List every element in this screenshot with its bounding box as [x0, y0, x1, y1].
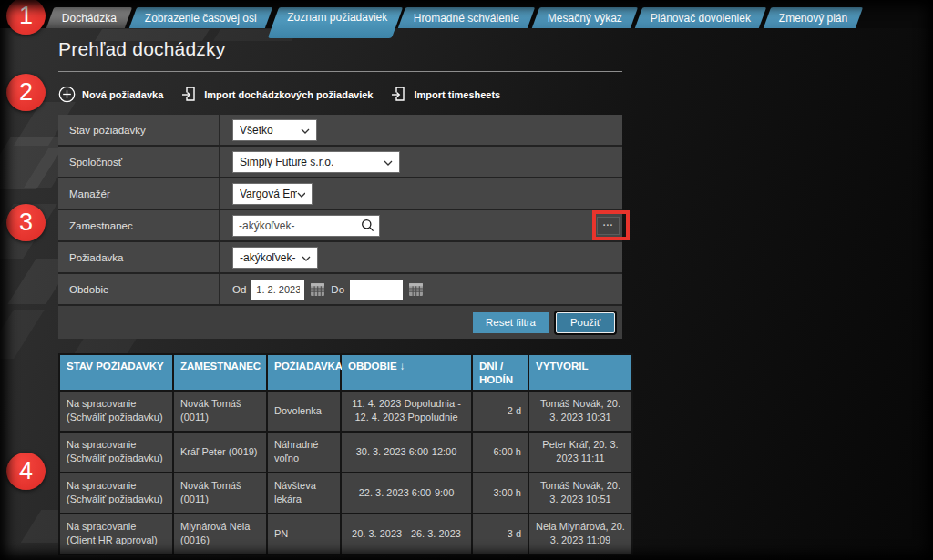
- date-from-input[interactable]: [251, 280, 304, 300]
- employee-more-options-button[interactable]: ...: [597, 217, 620, 235]
- tab-mesacny-vykaz[interactable]: Mesačný výkaz: [532, 7, 638, 28]
- company-select[interactable]: Simply Future s.r.o.: [232, 151, 400, 173]
- column-header-employee[interactable]: ZAMESTNANEC: [174, 355, 266, 390]
- manager-select[interactable]: Vargová Ema: [232, 183, 313, 205]
- top-tab-bar: Dochádzka Zobrazenie časovej osi Zoznam …: [50, 7, 859, 38]
- requests-table: STAV POŽIADAVKY ZAMESTNANEC POŽIADAVKA O…: [58, 353, 633, 555]
- chevron-down-icon: [384, 156, 393, 168]
- chevron-down-icon: [301, 124, 310, 137]
- import-document-icon: [181, 86, 198, 104]
- import-attendance-requests-button[interactable]: Import dochádzkových požiadaviek: [181, 86, 373, 104]
- new-request-button[interactable]: Nová požiadavka: [58, 86, 163, 105]
- tab-hromadne-schvalenie[interactable]: Hromadné schválenie: [398, 7, 535, 28]
- filter-label: Manažér: [58, 178, 219, 209]
- filter-label: Zamestnanec: [58, 210, 219, 240]
- table-cell[interactable]: Peter Kráľ, 20. 3. 2023 11:11: [529, 433, 631, 472]
- filter-label: Spoločnosť: [58, 147, 219, 177]
- table-cell[interactable]: 3:00 h: [473, 473, 528, 513]
- filter-row-employee: Zamestnanec ...: [58, 210, 622, 242]
- background-shape: [0, 310, 45, 359]
- table-cell[interactable]: Na spracovanie (Schváliť požiadavku): [60, 433, 172, 472]
- chevron-down-icon: [297, 188, 305, 200]
- table-cell[interactable]: Tomáš Novák, 20. 3. 2023 10:31: [529, 392, 631, 431]
- table-cell[interactable]: PN: [268, 514, 340, 554]
- tab-zobrazenie-casovej-osi[interactable]: Zobrazenie časovej osi: [129, 7, 272, 28]
- column-header-status[interactable]: STAV POŽIADAVKY: [60, 355, 172, 390]
- annotation-marker-1: 1: [6, 0, 46, 35]
- date-from-label: Od: [232, 284, 246, 295]
- table-cell[interactable]: Na spracovanie (Schváliť požiadavku): [60, 392, 172, 431]
- table-cell[interactable]: Kráľ Peter (0019): [174, 433, 266, 472]
- column-header-period[interactable]: OBDOBIE↓: [342, 355, 471, 390]
- filter-row-manager: Manažér Vargová Ema: [58, 178, 622, 210]
- attendance-app-window: Dochádzka Zobrazenie časovej osi Zoznam …: [0, 0, 933, 560]
- table-cell[interactable]: 22. 3. 2023 6:00-9:00: [342, 473, 471, 513]
- filter-label: Požiadavka: [58, 242, 219, 272]
- search-icon[interactable]: [361, 219, 374, 232]
- annotation-marker-2: 2: [6, 74, 46, 111]
- employee-search-box: [232, 215, 380, 237]
- table-cell[interactable]: 20. 3. 2023 - 26. 3. 2023: [342, 514, 471, 554]
- column-header-created-by[interactable]: VYTVORIL: [529, 355, 631, 390]
- filter-row-request-type: Požiadavka -akýkoľvek-: [58, 242, 622, 274]
- import-document-icon: [391, 86, 407, 104]
- date-to-input[interactable]: [350, 280, 403, 300]
- table-cell[interactable]: Návšteva lekára: [268, 473, 340, 513]
- calendar-icon[interactable]: [408, 281, 424, 297]
- tab-zoznam-poziadaviek[interactable]: Zoznam požiadaviek: [268, 7, 403, 38]
- annotation-marker-4: 4: [6, 453, 46, 490]
- table-cell[interactable]: Mlynárová Nela (0016): [174, 514, 266, 554]
- filter-panel: Stav požiadavky Všetko Spoločnosť Simply…: [58, 115, 622, 339]
- request-status-select[interactable]: Všetko: [232, 119, 317, 141]
- apply-filter-button[interactable]: Použiť: [556, 312, 615, 333]
- table-cell[interactable]: Novák Tomáš (0011): [174, 473, 266, 513]
- import-timesheets-button[interactable]: Import timesheets: [391, 86, 500, 104]
- page-title: Prehľad dochádzky: [58, 38, 225, 60]
- table-cell[interactable]: 30. 3. 2023 6:00-12:00: [342, 433, 471, 472]
- table-cell[interactable]: Novák Tomáš (0011): [174, 392, 266, 431]
- table-cell[interactable]: Náhradné voľno: [268, 433, 340, 472]
- employee-search-input[interactable]: [233, 219, 361, 232]
- action-toolbar: Nová požiadavka Import dochádzkových pož…: [58, 84, 500, 106]
- table-cell[interactable]: 6:00 h: [473, 433, 528, 472]
- table-cell[interactable]: Nela Mlynárová, 20. 3. 2023 11:09: [529, 514, 631, 554]
- tab-planovac-dovoleniek[interactable]: Plánovač dovoleniek: [635, 7, 766, 28]
- plus-circle-icon: [58, 86, 76, 105]
- tab-dochadzka[interactable]: Dochádzka: [46, 7, 132, 28]
- column-header-request[interactable]: POŽIADAVKA: [268, 355, 340, 390]
- filter-actions-row: Reset filtra Použiť: [58, 306, 622, 339]
- filter-label: Obdobie: [58, 274, 219, 304]
- tab-zmenovy-plan[interactable]: Zmenový plán: [764, 7, 864, 28]
- filter-label: Stav požiadavky: [58, 115, 219, 145]
- chevron-down-icon: [302, 251, 311, 264]
- request-type-select[interactable]: -akýkoľvek-: [232, 247, 318, 269]
- filter-row-period: Obdobie Od Do: [58, 274, 622, 306]
- sort-descending-icon: ↓: [400, 361, 405, 372]
- column-header-days-hours[interactable]: DNÍ / HODÍN: [473, 355, 528, 390]
- table-cell[interactable]: Dovolenka: [268, 392, 340, 431]
- table-cell[interactable]: 3 d: [473, 514, 528, 554]
- reset-filter-button[interactable]: Reset filtra: [473, 312, 549, 333]
- table-cell[interactable]: 11. 4. 2023 Dopoludnia - 12. 4. 2023 Pop…: [342, 392, 471, 431]
- date-to-label: Do: [331, 284, 344, 295]
- table-cell[interactable]: Na spracovanie (Schváliť požiadavku): [60, 473, 172, 513]
- table-cell[interactable]: 2 d: [473, 392, 528, 431]
- filter-row-company: Spoločnosť Simply Future s.r.o.: [58, 147, 622, 178]
- annotation-marker-3: 3: [6, 204, 46, 241]
- table-cell[interactable]: Tomáš Novák, 20. 3. 2023 10:51: [529, 473, 631, 513]
- table-cell[interactable]: Na spracovanie (Client HR approval): [60, 514, 172, 554]
- calendar-icon[interactable]: [310, 281, 325, 297]
- filter-row-request-status: Stav požiadavky Všetko: [58, 115, 622, 147]
- title-divider: [58, 71, 622, 72]
